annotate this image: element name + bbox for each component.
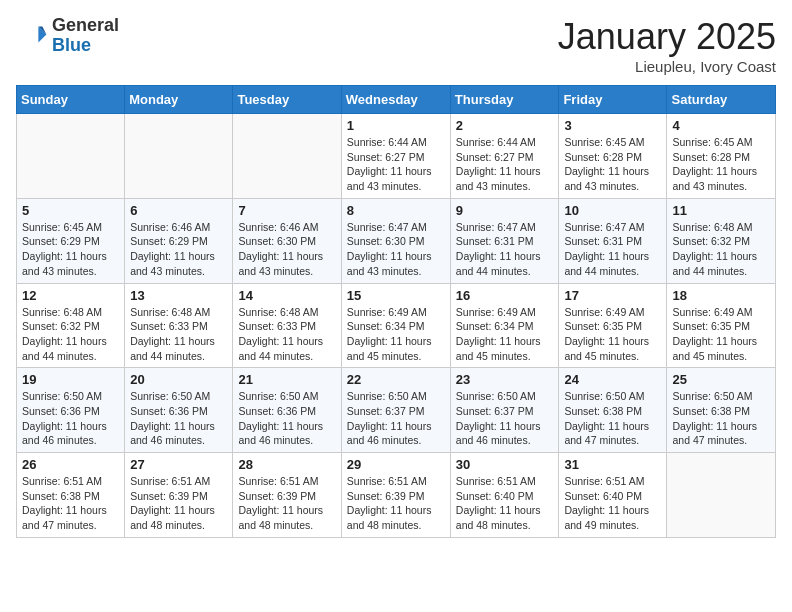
calendar-cell: 12Sunrise: 6:48 AMSunset: 6:32 PMDayligh… (17, 283, 125, 368)
day-number: 16 (456, 288, 554, 303)
day-info: Sunrise: 6:45 AMSunset: 6:28 PMDaylight:… (672, 135, 770, 194)
calendar-cell: 4Sunrise: 6:45 AMSunset: 6:28 PMDaylight… (667, 114, 776, 199)
calendar-header: SundayMondayTuesdayWednesdayThursdayFrid… (17, 86, 776, 114)
calendar-week-row: 26Sunrise: 6:51 AMSunset: 6:38 PMDayligh… (17, 453, 776, 538)
calendar-body: 1Sunrise: 6:44 AMSunset: 6:27 PMDaylight… (17, 114, 776, 538)
calendar-cell: 7Sunrise: 6:46 AMSunset: 6:30 PMDaylight… (233, 198, 341, 283)
day-info: Sunrise: 6:51 AMSunset: 6:39 PMDaylight:… (238, 474, 335, 533)
calendar-week-row: 12Sunrise: 6:48 AMSunset: 6:32 PMDayligh… (17, 283, 776, 368)
day-number: 19 (22, 372, 119, 387)
day-info: Sunrise: 6:48 AMSunset: 6:33 PMDaylight:… (238, 305, 335, 364)
day-number: 15 (347, 288, 445, 303)
page-header: General Blue January 2025 Lieupleu, Ivor… (16, 16, 776, 75)
logo-icon (16, 20, 48, 52)
calendar-cell (125, 114, 233, 199)
day-number: 18 (672, 288, 770, 303)
calendar-cell: 29Sunrise: 6:51 AMSunset: 6:39 PMDayligh… (341, 453, 450, 538)
day-number: 13 (130, 288, 227, 303)
calendar-week-row: 5Sunrise: 6:45 AMSunset: 6:29 PMDaylight… (17, 198, 776, 283)
day-number: 27 (130, 457, 227, 472)
calendar-cell: 25Sunrise: 6:50 AMSunset: 6:38 PMDayligh… (667, 368, 776, 453)
day-info: Sunrise: 6:46 AMSunset: 6:30 PMDaylight:… (238, 220, 335, 279)
calendar-cell (667, 453, 776, 538)
logo-general: General (52, 15, 119, 35)
calendar-cell: 3Sunrise: 6:45 AMSunset: 6:28 PMDaylight… (559, 114, 667, 199)
day-info: Sunrise: 6:50 AMSunset: 6:36 PMDaylight:… (238, 389, 335, 448)
calendar-cell: 22Sunrise: 6:50 AMSunset: 6:37 PMDayligh… (341, 368, 450, 453)
day-info: Sunrise: 6:49 AMSunset: 6:34 PMDaylight:… (456, 305, 554, 364)
day-number: 10 (564, 203, 661, 218)
day-info: Sunrise: 6:51 AMSunset: 6:39 PMDaylight:… (347, 474, 445, 533)
day-number: 6 (130, 203, 227, 218)
day-number: 30 (456, 457, 554, 472)
calendar-cell: 24Sunrise: 6:50 AMSunset: 6:38 PMDayligh… (559, 368, 667, 453)
weekday-header: Sunday (17, 86, 125, 114)
logo-text: General Blue (52, 16, 119, 56)
weekday-header: Monday (125, 86, 233, 114)
weekday-header: Wednesday (341, 86, 450, 114)
day-number: 21 (238, 372, 335, 387)
calendar-cell: 31Sunrise: 6:51 AMSunset: 6:40 PMDayligh… (559, 453, 667, 538)
calendar-cell: 2Sunrise: 6:44 AMSunset: 6:27 PMDaylight… (450, 114, 559, 199)
calendar-week-row: 1Sunrise: 6:44 AMSunset: 6:27 PMDaylight… (17, 114, 776, 199)
day-info: Sunrise: 6:51 AMSunset: 6:40 PMDaylight:… (564, 474, 661, 533)
calendar-cell: 28Sunrise: 6:51 AMSunset: 6:39 PMDayligh… (233, 453, 341, 538)
day-number: 29 (347, 457, 445, 472)
calendar-cell: 16Sunrise: 6:49 AMSunset: 6:34 PMDayligh… (450, 283, 559, 368)
day-number: 4 (672, 118, 770, 133)
calendar-cell: 5Sunrise: 6:45 AMSunset: 6:29 PMDaylight… (17, 198, 125, 283)
day-number: 5 (22, 203, 119, 218)
calendar: SundayMondayTuesdayWednesdayThursdayFrid… (16, 85, 776, 538)
day-number: 2 (456, 118, 554, 133)
calendar-cell: 23Sunrise: 6:50 AMSunset: 6:37 PMDayligh… (450, 368, 559, 453)
weekday-header: Friday (559, 86, 667, 114)
title-block: January 2025 Lieupleu, Ivory Coast (558, 16, 776, 75)
day-number: 9 (456, 203, 554, 218)
day-info: Sunrise: 6:47 AMSunset: 6:30 PMDaylight:… (347, 220, 445, 279)
day-number: 14 (238, 288, 335, 303)
day-number: 23 (456, 372, 554, 387)
day-info: Sunrise: 6:50 AMSunset: 6:37 PMDaylight:… (347, 389, 445, 448)
day-info: Sunrise: 6:51 AMSunset: 6:38 PMDaylight:… (22, 474, 119, 533)
day-number: 25 (672, 372, 770, 387)
day-info: Sunrise: 6:46 AMSunset: 6:29 PMDaylight:… (130, 220, 227, 279)
calendar-cell: 18Sunrise: 6:49 AMSunset: 6:35 PMDayligh… (667, 283, 776, 368)
calendar-cell: 26Sunrise: 6:51 AMSunset: 6:38 PMDayligh… (17, 453, 125, 538)
day-number: 28 (238, 457, 335, 472)
logo-blue: Blue (52, 35, 91, 55)
day-info: Sunrise: 6:50 AMSunset: 6:36 PMDaylight:… (22, 389, 119, 448)
day-info: Sunrise: 6:49 AMSunset: 6:34 PMDaylight:… (347, 305, 445, 364)
day-number: 11 (672, 203, 770, 218)
weekday-header: Tuesday (233, 86, 341, 114)
day-number: 26 (22, 457, 119, 472)
calendar-cell: 27Sunrise: 6:51 AMSunset: 6:39 PMDayligh… (125, 453, 233, 538)
day-number: 31 (564, 457, 661, 472)
month-title: January 2025 (558, 16, 776, 58)
day-info: Sunrise: 6:45 AMSunset: 6:29 PMDaylight:… (22, 220, 119, 279)
day-info: Sunrise: 6:49 AMSunset: 6:35 PMDaylight:… (672, 305, 770, 364)
calendar-cell: 17Sunrise: 6:49 AMSunset: 6:35 PMDayligh… (559, 283, 667, 368)
calendar-cell: 15Sunrise: 6:49 AMSunset: 6:34 PMDayligh… (341, 283, 450, 368)
calendar-cell: 8Sunrise: 6:47 AMSunset: 6:30 PMDaylight… (341, 198, 450, 283)
day-number: 24 (564, 372, 661, 387)
day-number: 22 (347, 372, 445, 387)
day-info: Sunrise: 6:50 AMSunset: 6:36 PMDaylight:… (130, 389, 227, 448)
day-number: 7 (238, 203, 335, 218)
calendar-cell: 10Sunrise: 6:47 AMSunset: 6:31 PMDayligh… (559, 198, 667, 283)
day-info: Sunrise: 6:44 AMSunset: 6:27 PMDaylight:… (347, 135, 445, 194)
location: Lieupleu, Ivory Coast (558, 58, 776, 75)
day-number: 1 (347, 118, 445, 133)
weekday-row: SundayMondayTuesdayWednesdayThursdayFrid… (17, 86, 776, 114)
day-info: Sunrise: 6:50 AMSunset: 6:37 PMDaylight:… (456, 389, 554, 448)
day-number: 12 (22, 288, 119, 303)
day-info: Sunrise: 6:50 AMSunset: 6:38 PMDaylight:… (672, 389, 770, 448)
calendar-cell: 20Sunrise: 6:50 AMSunset: 6:36 PMDayligh… (125, 368, 233, 453)
day-info: Sunrise: 6:47 AMSunset: 6:31 PMDaylight:… (456, 220, 554, 279)
day-number: 17 (564, 288, 661, 303)
day-number: 8 (347, 203, 445, 218)
day-info: Sunrise: 6:48 AMSunset: 6:32 PMDaylight:… (672, 220, 770, 279)
day-number: 3 (564, 118, 661, 133)
day-info: Sunrise: 6:51 AMSunset: 6:39 PMDaylight:… (130, 474, 227, 533)
calendar-cell: 11Sunrise: 6:48 AMSunset: 6:32 PMDayligh… (667, 198, 776, 283)
calendar-cell: 14Sunrise: 6:48 AMSunset: 6:33 PMDayligh… (233, 283, 341, 368)
